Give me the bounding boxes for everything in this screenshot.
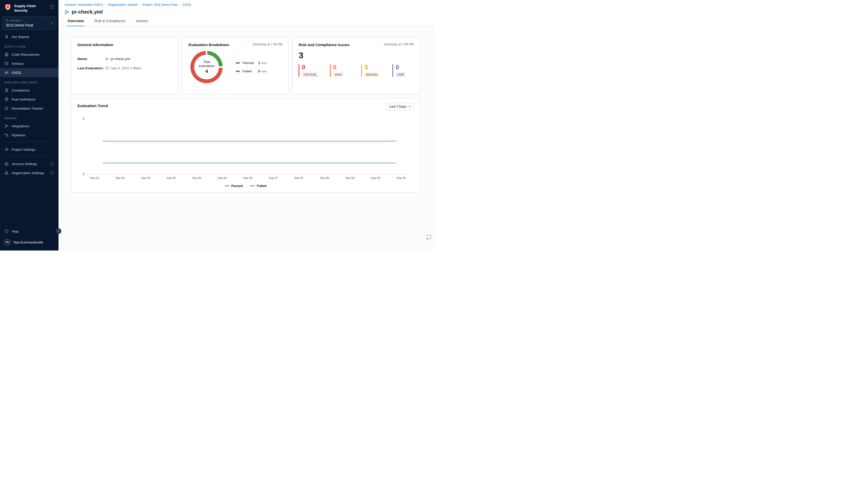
severity-block-critical: 0 CRITICAL	[299, 64, 320, 77]
x-tick-label: Sep 08	[345, 177, 354, 179]
project-selector[interactable]: PROJECT SCS Demo Final	[2, 17, 56, 30]
sidebar-item-label: Code Repositories	[12, 53, 40, 56]
main-area: Account: Automation-SSCA Organization: d…	[59, 0, 434, 250]
sidebar-item-label: Artifacts	[12, 62, 24, 65]
sidebar-item-account-settings[interactable]: Account Settings	[0, 159, 59, 168]
nav-section-supply-chain: SUPPLY CHAIN	[0, 41, 59, 50]
date-range-select[interactable]: Last 7 Days	[386, 103, 414, 110]
apps-grid-icon[interactable]	[50, 4, 54, 9]
project-name: SCS Demo Final	[6, 23, 33, 27]
page-header: Account: Automation-SSCA Organization: d…	[59, 0, 434, 26]
info-icon[interactable]	[50, 162, 54, 166]
tab-overview[interactable]: Overview	[67, 19, 84, 26]
breadcrumb-organization-link[interactable]: Organization: default	[108, 3, 137, 7]
last-evaluation-text: Sep 9, 2024 7:48pm	[111, 66, 142, 70]
card-title: Risk and Compliance Issues	[299, 43, 350, 47]
nav-section-manage: MANAGE	[0, 113, 59, 121]
breadcrumb: Account: Automation-SSCA Organization: d…	[65, 3, 434, 7]
sidebar-item-help[interactable]: Help	[0, 227, 59, 236]
passed-count: 1	[258, 61, 260, 65]
user-profile[interactable]: TK Teja Kummarikuntla	[0, 236, 59, 250]
card-title: Evaluation Trend	[77, 104, 108, 108]
card-title: General Information	[77, 43, 114, 47]
last-evaluation-row: Last Evaluation: Sep 9, 2024 7:48pm	[77, 66, 172, 70]
x-tick-label: Sep 07	[294, 177, 303, 179]
failed-count: 3	[258, 69, 260, 73]
nav-section-risk-and-compliance: RISK AND COMPLIANCE	[0, 77, 59, 86]
x-tick-label: Sep 03	[90, 177, 99, 179]
project-eyebrow-label: PROJECT	[10, 19, 22, 22]
sidebar-collapse-button[interactable]	[56, 228, 61, 234]
severity-block-low: 0 LOW	[393, 64, 414, 77]
app-logo-row: Supply Chain Security	[0, 0, 59, 14]
sidebar-item-organization-settings[interactable]: Organization Settings	[0, 168, 59, 178]
chat-help-fab[interactable]	[426, 234, 432, 241]
x-tick-label: Sep 09	[371, 177, 380, 179]
summary-cards-row: General Information Name: pr-check.yml	[71, 37, 420, 94]
org-hierarchy-icon	[4, 171, 9, 175]
sidebar-item-label: Remediation Tracker	[12, 107, 43, 110]
page-title: pr-check.yml	[72, 9, 103, 15]
general-information-card: General Information Name: pr-check.yml	[71, 37, 179, 94]
sidebar-item-integrations[interactable]: Integrations	[0, 121, 59, 130]
integrations-icon	[4, 124, 9, 128]
breadcrumb-cicd-link[interactable]: CI/CD	[182, 3, 191, 7]
x-tick-label: Sep 05	[166, 177, 176, 179]
title-row: pr-check.yml	[65, 9, 434, 15]
trend-legend: PassedFailed	[77, 184, 414, 188]
sidebar-item-label: Organization Settings	[12, 171, 44, 175]
card-head: Evaluation Trend Last 7 Days	[77, 104, 414, 110]
x-tick-label: Sep 07	[269, 177, 278, 179]
x-tick-label: Sep 04	[115, 177, 125, 179]
passed-swatch	[236, 62, 240, 64]
sidebar-item-code-repositories[interactable]: Code Repositories	[0, 50, 59, 59]
evaluation-breakdown-card: Evaluation Breakdown Yesterday at 7:48 P…	[182, 37, 289, 94]
sidebar-item-label: Account Settings	[12, 162, 37, 166]
chevron-right-icon	[139, 3, 140, 7]
user-name: Teja Kummarikuntla	[13, 241, 43, 244]
chevron-right-icon	[51, 21, 53, 25]
project-selector-body: PROJECT SCS Demo Final	[6, 19, 33, 27]
sidebar-item-artifacts[interactable]: Artifacts	[0, 59, 59, 68]
card-timestamp: Yesterday at 7:48 PM	[252, 43, 282, 46]
breadcrumb-project-link[interactable]: Project: SCS Demo Final	[143, 3, 178, 7]
breadcrumb-account-link[interactable]: Account: Automation-SSCA	[65, 3, 103, 7]
x-tick-label: Sep 08	[320, 177, 329, 179]
sidebar-item-pipelines[interactable]: Pipelines	[0, 130, 59, 140]
severity-block-high: 0 HIGH	[330, 64, 351, 77]
artifacts-icon	[4, 62, 9, 65]
sidebar-item-compliance[interactable]: Compliance	[0, 86, 59, 95]
sidebar-item-label: Integrations	[12, 124, 30, 128]
help-chat-icon	[4, 229, 9, 233]
tab-risk-compliance[interactable]: Risk & Compliance	[94, 19, 126, 26]
sidebar-item-cicd[interactable]: CI/CD	[0, 68, 59, 77]
sidebar-item-remediation-tracker[interactable]: Remediation Tracker	[0, 104, 59, 113]
gear-icon	[4, 147, 9, 151]
breakdown-body: Total evaluations 4 Passed 1 rules	[188, 51, 282, 83]
donut-center: Total evaluations 4	[194, 55, 219, 79]
tab-actions[interactable]: Actions	[135, 19, 148, 26]
legend-label: Failed	[242, 69, 258, 73]
sidebar-item-rule-definitions[interactable]: Rule Definitions	[0, 95, 59, 104]
sidebar-item-label: Rule Definitions	[12, 97, 35, 101]
tab-bar: Overview Risk & Compliance Actions	[65, 19, 434, 26]
sidebar-item-project-settings[interactable]: Project Settings	[0, 145, 59, 154]
severity-badge: HIGH	[333, 72, 344, 77]
trend-chart: 5 0	[86, 119, 409, 174]
card-timestamp: Yesterday at 7:48 PM	[384, 43, 414, 46]
donut-center-label: Total evaluations	[196, 60, 217, 68]
rules-icon	[4, 97, 9, 101]
trend-x-labels: Sep 03Sep 04Sep 04Sep 05Sep 05Sep 06Sep …	[86, 177, 409, 179]
repo-icon	[4, 52, 9, 56]
severity-count: 0	[396, 64, 414, 70]
chevron-right-icon	[179, 3, 180, 7]
page-content: General Information Name: pr-check.yml	[59, 26, 434, 250]
sidebar-item-get-started[interactable]: Get Started	[0, 32, 59, 41]
compliance-icon	[4, 88, 9, 92]
sidebar: Supply Chain Security PROJECT SCS Demo F…	[0, 0, 59, 250]
remediation-icon	[4, 106, 9, 110]
app-title-line1: Supply Chain	[14, 4, 48, 8]
sidebar-item-label: CI/CD	[12, 71, 21, 75]
legend-label: Passed	[231, 184, 243, 188]
info-icon[interactable]	[50, 171, 54, 175]
